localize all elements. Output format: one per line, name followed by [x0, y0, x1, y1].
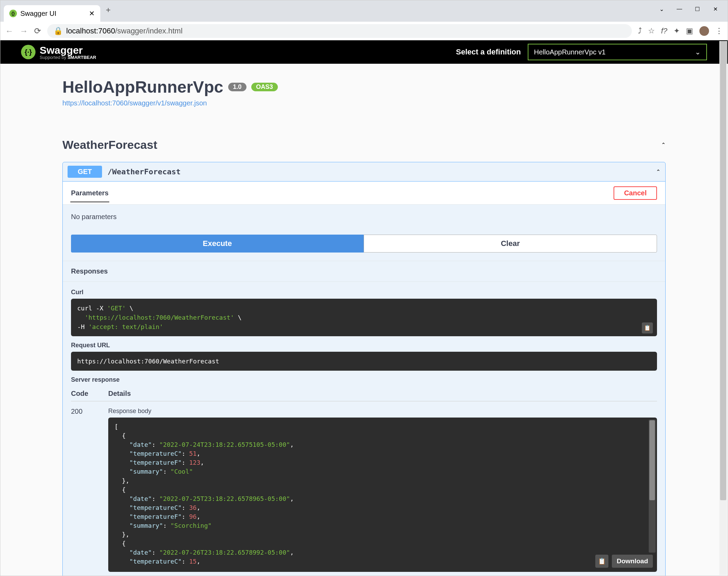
version-badge: 1.0	[228, 83, 246, 91]
operation-block: GET /WeatherForecast ⌃ Parameters Cancel…	[62, 162, 666, 576]
curl-block: curl -X 'GET' \ 'https://localhost:7060/…	[71, 299, 657, 336]
copy-curl-icon[interactable]: 📋	[642, 322, 653, 333]
url-host: localhost:7060	[66, 27, 115, 35]
swagger-topbar: {∙} Swagger Supported by SMARTBEAR Selec…	[0, 40, 728, 64]
select-definition-label: Select a definition	[456, 48, 521, 56]
responses-heading: Responses	[71, 267, 657, 275]
address-bar[interactable]: 🔒 localhost:7060/swagger/index.html	[47, 24, 632, 38]
font-icon[interactable]: f?	[661, 27, 667, 35]
maximize-icon[interactable]: ☐	[690, 4, 704, 14]
request-url-block: https://localhost:7060/WeatherForecast	[71, 352, 657, 371]
operation-summary[interactable]: GET /WeatherForecast ⌃	[63, 162, 665, 181]
forward-button[interactable]: →	[20, 26, 28, 36]
menu-icon[interactable]: ⋮	[715, 27, 723, 35]
http-method-badge: GET	[68, 166, 102, 178]
page-scrollbar[interactable]	[719, 41, 727, 575]
curl-label: Curl	[71, 289, 657, 296]
page-viewport: {∙} Swagger Supported by SMARTBEAR Selec…	[0, 40, 728, 576]
code-column-header: Code	[71, 390, 108, 398]
minimize-icon[interactable]: —	[673, 4, 686, 14]
browser-toolbar: ← → ⟳ 🔒 localhost:7060/swagger/index.htm…	[0, 22, 728, 40]
chevron-down-icon: ⌄	[695, 48, 701, 56]
url-path: /swagger/index.html	[115, 27, 183, 35]
execute-button[interactable]: Execute	[71, 235, 364, 253]
operation-path: /WeatherForecast	[108, 167, 181, 176]
spec-url-link[interactable]: https://localhost:7060/swagger/v1/swagge…	[62, 99, 666, 107]
status-code: 200	[71, 408, 108, 576]
cancel-button[interactable]: Cancel	[614, 186, 657, 200]
tag-name: WeatherForecast	[62, 138, 157, 152]
supported-by: Supported by SMARTBEAR	[40, 55, 96, 60]
request-url-value: https://localhost:7060/WeatherForecast	[77, 358, 219, 365]
response-body-label: Response body	[108, 408, 657, 415]
parameters-heading: Parameters	[71, 189, 109, 197]
no-parameters-text: No parameters	[63, 204, 665, 235]
clear-button[interactable]: Clear	[364, 235, 657, 253]
extensions-icon[interactable]: ✦	[674, 27, 680, 35]
profile-avatar[interactable]	[699, 26, 709, 36]
swagger-logo: {∙} Swagger Supported by SMARTBEAR	[21, 44, 96, 60]
back-button[interactable]: ←	[5, 26, 13, 36]
reload-button[interactable]: ⟳	[34, 26, 41, 36]
chevron-up-icon: ⌃	[656, 168, 660, 175]
definition-select[interactable]: HelloAppRunnerVpc v1 ⌄	[528, 44, 707, 60]
tab-title: Swagger UI	[20, 10, 57, 18]
favicon-icon: {}	[9, 10, 17, 17]
server-response-label: Server response	[71, 376, 657, 383]
new-tab-button[interactable]: +	[100, 5, 116, 15]
browser-tab[interactable]: {} Swagger UI ✕	[4, 5, 100, 22]
definition-selected: HelloAppRunnerVpc v1	[534, 48, 606, 56]
browser-tabstrip: {} Swagger UI ✕ + ⌄ — ☐ ✕	[0, 0, 728, 22]
response-body-block: [ { "date": "2022-07-24T23:18:22.6575105…	[108, 418, 657, 572]
bookmark-icon[interactable]: ☆	[648, 27, 655, 35]
sidepanel-icon[interactable]: ▣	[686, 27, 693, 35]
swagger-brand: Swagger	[40, 44, 96, 56]
response-body-scrollbar[interactable]	[649, 420, 656, 553]
oas-badge: OAS3	[251, 83, 278, 91]
chevron-down-icon[interactable]: ⌄	[655, 4, 668, 14]
close-window-icon[interactable]: ✕	[708, 4, 722, 14]
copy-response-icon[interactable]: 📋	[595, 555, 608, 568]
tag-header[interactable]: WeatherForecast ⌃	[62, 135, 666, 158]
chevron-up-icon: ⌃	[661, 142, 666, 148]
swagger-logo-icon: {∙}	[21, 45, 36, 59]
tab-close-icon[interactable]: ✕	[89, 9, 95, 18]
details-column-header: Details	[108, 390, 131, 398]
lock-icon: 🔒	[53, 27, 63, 35]
share-icon[interactable]: ⤴	[638, 27, 642, 35]
download-button[interactable]: Download	[612, 555, 653, 568]
api-title: HelloAppRunnerVpc	[62, 78, 223, 96]
request-url-label: Request URL	[71, 342, 657, 349]
